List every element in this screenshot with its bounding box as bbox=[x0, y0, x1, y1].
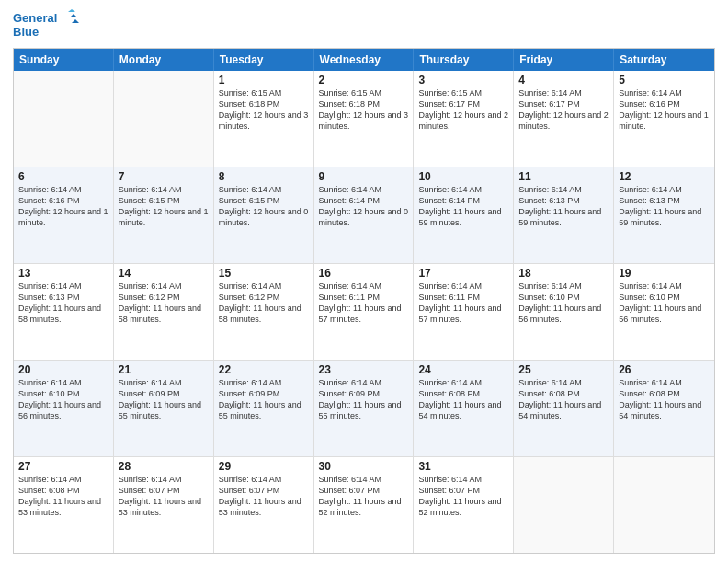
day-number: 4 bbox=[518, 74, 609, 86]
day-info: Sunrise: 6:14 AM Sunset: 6:10 PM Dayligh… bbox=[619, 281, 710, 326]
svg-marker-3 bbox=[70, 14, 77, 17]
svg-marker-2 bbox=[68, 9, 75, 12]
svg-marker-4 bbox=[72, 19, 79, 23]
day-info: Sunrise: 6:14 AM Sunset: 6:08 PM Dayligh… bbox=[518, 377, 609, 422]
calendar-cell: 1Sunrise: 6:15 AM Sunset: 6:18 PM Daylig… bbox=[214, 71, 314, 167]
calendar-cell: 6Sunrise: 6:14 AM Sunset: 6:16 PM Daylig… bbox=[14, 167, 114, 263]
calendar-cell bbox=[514, 457, 614, 553]
calendar-header-cell: Friday bbox=[514, 49, 614, 71]
day-number: 23 bbox=[319, 363, 409, 376]
logo-svg: General Blue bbox=[13, 9, 82, 42]
day-info: Sunrise: 6:14 AM Sunset: 6:14 PM Dayligh… bbox=[319, 184, 409, 229]
page: General Blue SundayMondayTuesdayWednesda… bbox=[0, 0, 728, 563]
day-number: 3 bbox=[418, 74, 508, 86]
day-info: Sunrise: 6:14 AM Sunset: 6:16 PM Dayligh… bbox=[619, 87, 710, 132]
day-info: Sunrise: 6:14 AM Sunset: 6:08 PM Dayligh… bbox=[418, 377, 508, 422]
day-number: 16 bbox=[319, 267, 409, 280]
day-info: Sunrise: 6:14 AM Sunset: 6:08 PM Dayligh… bbox=[619, 377, 710, 422]
day-number: 30 bbox=[319, 460, 409, 473]
day-number: 24 bbox=[418, 363, 508, 376]
day-number: 17 bbox=[418, 267, 508, 280]
day-number: 14 bbox=[119, 267, 209, 280]
calendar-header-row: SundayMondayTuesdayWednesdayThursdayFrid… bbox=[14, 49, 714, 71]
calendar-cell: 20Sunrise: 6:14 AM Sunset: 6:10 PM Dayli… bbox=[14, 361, 114, 456]
day-info: Sunrise: 6:14 AM Sunset: 6:09 PM Dayligh… bbox=[119, 377, 209, 422]
calendar-cell: 11Sunrise: 6:14 AM Sunset: 6:13 PM Dayli… bbox=[514, 167, 614, 263]
day-info: Sunrise: 6:14 AM Sunset: 6:14 PM Dayligh… bbox=[418, 184, 508, 229]
day-number: 21 bbox=[119, 363, 209, 376]
day-info: Sunrise: 6:14 AM Sunset: 6:09 PM Dayligh… bbox=[219, 377, 309, 422]
day-number: 29 bbox=[219, 460, 309, 473]
day-number: 27 bbox=[18, 460, 108, 473]
header: General Blue bbox=[13, 9, 715, 42]
day-number: 10 bbox=[418, 170, 508, 183]
calendar-cell: 16Sunrise: 6:14 AM Sunset: 6:11 PM Dayli… bbox=[314, 264, 415, 360]
day-info: Sunrise: 6:15 AM Sunset: 6:18 PM Dayligh… bbox=[219, 87, 309, 132]
calendar-cell: 5Sunrise: 6:14 AM Sunset: 6:16 PM Daylig… bbox=[614, 71, 714, 167]
day-info: Sunrise: 6:14 AM Sunset: 6:09 PM Dayligh… bbox=[319, 377, 409, 422]
calendar-cell: 28Sunrise: 6:14 AM Sunset: 6:07 PM Dayli… bbox=[114, 457, 214, 553]
day-info: Sunrise: 6:15 AM Sunset: 6:18 PM Dayligh… bbox=[319, 87, 409, 132]
day-number: 28 bbox=[119, 460, 209, 473]
svg-text:Blue: Blue bbox=[13, 25, 39, 39]
day-info: Sunrise: 6:14 AM Sunset: 6:13 PM Dayligh… bbox=[18, 281, 108, 326]
calendar-cell bbox=[114, 71, 214, 167]
day-info: Sunrise: 6:14 AM Sunset: 6:07 PM Dayligh… bbox=[119, 474, 209, 519]
calendar-cell: 15Sunrise: 6:14 AM Sunset: 6:12 PM Dayli… bbox=[214, 264, 314, 360]
calendar-body: 1Sunrise: 6:15 AM Sunset: 6:18 PM Daylig… bbox=[14, 71, 714, 553]
calendar-cell: 21Sunrise: 6:14 AM Sunset: 6:09 PM Dayli… bbox=[114, 361, 214, 456]
calendar-cell: 19Sunrise: 6:14 AM Sunset: 6:10 PM Dayli… bbox=[614, 264, 714, 360]
day-info: Sunrise: 6:14 AM Sunset: 6:11 PM Dayligh… bbox=[319, 281, 409, 326]
day-number: 12 bbox=[619, 170, 710, 183]
day-number: 5 bbox=[619, 74, 710, 86]
day-info: Sunrise: 6:14 AM Sunset: 6:10 PM Dayligh… bbox=[18, 377, 108, 422]
day-number: 6 bbox=[18, 170, 108, 183]
day-info: Sunrise: 6:14 AM Sunset: 6:07 PM Dayligh… bbox=[219, 474, 309, 519]
calendar-cell: 23Sunrise: 6:14 AM Sunset: 6:09 PM Dayli… bbox=[314, 361, 415, 456]
calendar-cell: 17Sunrise: 6:14 AM Sunset: 6:11 PM Dayli… bbox=[414, 264, 514, 360]
calendar-cell: 29Sunrise: 6:14 AM Sunset: 6:07 PM Dayli… bbox=[214, 457, 314, 553]
day-info: Sunrise: 6:15 AM Sunset: 6:17 PM Dayligh… bbox=[418, 87, 508, 132]
day-info: Sunrise: 6:14 AM Sunset: 6:15 PM Dayligh… bbox=[119, 184, 209, 229]
calendar-cell: 30Sunrise: 6:14 AM Sunset: 6:07 PM Dayli… bbox=[314, 457, 415, 553]
calendar-header-cell: Sunday bbox=[14, 49, 114, 71]
day-number: 22 bbox=[219, 363, 309, 376]
calendar-header-cell: Monday bbox=[114, 49, 214, 71]
day-number: 19 bbox=[619, 267, 710, 280]
day-info: Sunrise: 6:14 AM Sunset: 6:13 PM Dayligh… bbox=[619, 184, 710, 229]
day-number: 25 bbox=[518, 363, 609, 376]
day-number: 9 bbox=[319, 170, 409, 183]
day-number: 7 bbox=[119, 170, 209, 183]
calendar-row: 13Sunrise: 6:14 AM Sunset: 6:13 PM Dayli… bbox=[14, 264, 714, 361]
svg-text:General: General bbox=[13, 11, 57, 25]
calendar: SundayMondayTuesdayWednesdayThursdayFrid… bbox=[13, 48, 715, 554]
day-info: Sunrise: 6:14 AM Sunset: 6:11 PM Dayligh… bbox=[418, 281, 508, 326]
calendar-cell: 8Sunrise: 6:14 AM Sunset: 6:15 PM Daylig… bbox=[214, 167, 314, 263]
calendar-cell: 7Sunrise: 6:14 AM Sunset: 6:15 PM Daylig… bbox=[114, 167, 214, 263]
calendar-cell: 2Sunrise: 6:15 AM Sunset: 6:18 PM Daylig… bbox=[314, 71, 415, 167]
day-number: 15 bbox=[219, 267, 309, 280]
calendar-cell: 14Sunrise: 6:14 AM Sunset: 6:12 PM Dayli… bbox=[114, 264, 214, 360]
calendar-cell: 4Sunrise: 6:14 AM Sunset: 6:17 PM Daylig… bbox=[514, 71, 614, 167]
calendar-cell: 13Sunrise: 6:14 AM Sunset: 6:13 PM Dayli… bbox=[14, 264, 114, 360]
calendar-row: 27Sunrise: 6:14 AM Sunset: 6:08 PM Dayli… bbox=[14, 457, 714, 553]
day-info: Sunrise: 6:14 AM Sunset: 6:07 PM Dayligh… bbox=[418, 474, 508, 519]
day-number: 13 bbox=[18, 267, 108, 280]
calendar-cell bbox=[14, 71, 114, 167]
calendar-header-cell: Thursday bbox=[414, 49, 514, 71]
calendar-row: 20Sunrise: 6:14 AM Sunset: 6:10 PM Dayli… bbox=[14, 361, 714, 457]
calendar-cell: 27Sunrise: 6:14 AM Sunset: 6:08 PM Dayli… bbox=[14, 457, 114, 553]
calendar-row: 1Sunrise: 6:15 AM Sunset: 6:18 PM Daylig… bbox=[14, 71, 714, 167]
day-number: 26 bbox=[619, 363, 710, 376]
calendar-cell: 3Sunrise: 6:15 AM Sunset: 6:17 PM Daylig… bbox=[414, 71, 514, 167]
day-info: Sunrise: 6:14 AM Sunset: 6:17 PM Dayligh… bbox=[518, 87, 609, 132]
logo: General Blue bbox=[13, 9, 82, 42]
day-number: 2 bbox=[319, 74, 409, 86]
calendar-cell: 22Sunrise: 6:14 AM Sunset: 6:09 PM Dayli… bbox=[214, 361, 314, 456]
calendar-header-cell: Saturday bbox=[614, 49, 714, 71]
day-info: Sunrise: 6:14 AM Sunset: 6:16 PM Dayligh… bbox=[18, 184, 108, 229]
day-info: Sunrise: 6:14 AM Sunset: 6:12 PM Dayligh… bbox=[219, 281, 309, 326]
calendar-header-cell: Wednesday bbox=[314, 49, 415, 71]
calendar-cell: 24Sunrise: 6:14 AM Sunset: 6:08 PM Dayli… bbox=[414, 361, 514, 456]
day-info: Sunrise: 6:14 AM Sunset: 6:08 PM Dayligh… bbox=[18, 474, 108, 519]
